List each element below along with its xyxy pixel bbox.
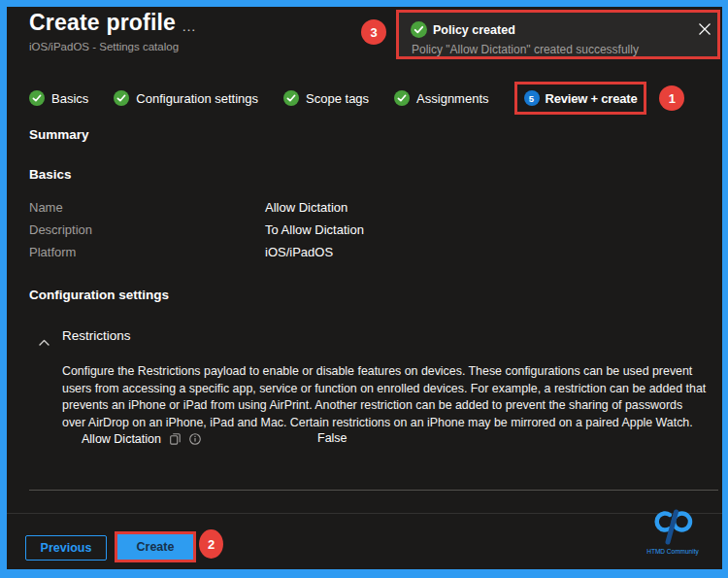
create-button[interactable]: Create [117,534,193,560]
tab-review-create[interactable]: 5 Review + create [514,82,647,115]
setting-row-allow-dictation: Allow Dictation [82,432,201,446]
more-menu-icon[interactable]: … [182,17,197,34]
tab-scope-tags[interactable]: Scope tags [283,90,369,106]
info-icon[interactable] [189,433,201,445]
setting-value: False [317,431,347,445]
check-icon [114,90,129,106]
restrictions-description: Configure the Restrictions payload to en… [62,363,706,431]
page-subtitle: iOS/iPadOS - Settings catalog [29,41,179,52]
create-profile-panel: Create profile … iOS/iPadOS - Settings c… [7,7,722,569]
field-label-platform: Platform [29,245,76,259]
field-value-name: Allow Dictation [265,200,347,215]
configuration-settings-heading: Configuration settings [29,288,169,302]
annotation-badge-1: 1 [659,85,684,111]
logo-caption: HTMD Community [640,548,706,555]
setting-label: Allow Dictation [82,432,161,446]
field-label-description: Description [29,222,92,237]
success-check-icon [411,21,427,42]
check-icon [29,90,45,106]
wizard-steps: Basics Configuration settings Scope tags… [29,81,684,116]
create-button-highlight: Create [115,531,196,562]
notification-toast: Policy created Policy "Allow Dictation" … [396,10,720,59]
step-number-icon: 5 [524,90,540,106]
annotation-badge-2: 2 [199,529,223,559]
field-value-description: To Allow Dictation [265,222,364,237]
close-icon[interactable] [698,22,711,36]
basics-heading: Basics [29,167,72,182]
summary-heading: Summary [29,127,89,142]
htmd-community-logo [650,508,695,547]
annotation-badge-3: 3 [361,19,386,45]
tab-basics[interactable]: Basics [29,90,88,106]
copy-icon[interactable] [170,433,181,445]
page-frame: Create profile … iOS/iPadOS - Settings c… [0,0,728,578]
previous-button[interactable]: Previous [25,535,107,561]
toast-message: Policy "Allow Dictation" created success… [412,43,639,56]
field-value-platform: iOS/iPadOS [265,245,333,259]
tab-assignments[interactable]: Assignments [394,90,488,106]
footer-divider [7,513,722,514]
check-icon [283,90,299,106]
field-label-name: Name [29,200,63,215]
restrictions-section-header[interactable]: Restrictions [62,328,131,343]
check-icon [394,90,410,106]
page-title: Create profile [29,10,176,36]
chevron-up-icon[interactable] [39,332,50,350]
toast-title: Policy created [433,23,515,37]
tab-configuration-settings[interactable]: Configuration settings [114,90,258,106]
divider [29,490,718,491]
